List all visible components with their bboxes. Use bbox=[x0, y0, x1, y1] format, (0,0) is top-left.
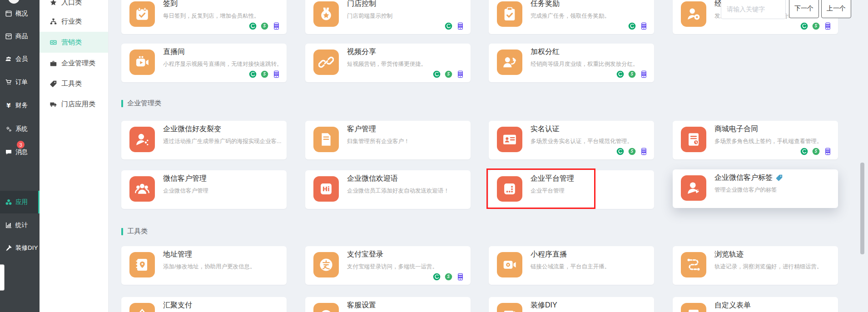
app-card[interactable]: 自定义表单 bbox=[673, 297, 838, 312]
svg-text:WAP: WAP bbox=[642, 73, 646, 75]
platform-badges: WAP bbox=[616, 148, 648, 155]
sidebar-item-4[interactable]: ¥财务 bbox=[0, 94, 40, 117]
app-card[interactable]: 任务奖励完成推广任务，领取任务奖励。WAP bbox=[489, 0, 654, 34]
app-card[interactable]: 支付宝登录支付宝端登录访问，多端统一运营。WAP bbox=[305, 246, 471, 285]
message-count-badge: 3 bbox=[17, 141, 25, 149]
app-description: 支付宝端登录访问，多端统一运营。 bbox=[347, 263, 467, 271]
section-header-tools: 工具类 bbox=[121, 227, 148, 236]
sidebar-item-label: 订单 bbox=[15, 78, 28, 86]
wap-icon: WAP bbox=[824, 148, 832, 155]
task-reward-clipboard-icon bbox=[502, 6, 517, 22]
app-card[interactable]: 汇聚支付 bbox=[121, 297, 287, 312]
sidebar-item-label: 概况 bbox=[15, 10, 28, 18]
prev-button[interactable]: 上一个 bbox=[821, 0, 851, 18]
app-card[interactable]: Hi企业微信欢迎语企业微信员工添加好友自动发送欢迎语！ bbox=[305, 170, 471, 209]
sidebar-item-6[interactable]: 消息3 bbox=[0, 141, 40, 163]
section-header-label: 企业管理类 bbox=[127, 99, 161, 108]
app-description: 每日签到，反复到店，增加会员粘性。 bbox=[163, 12, 283, 20]
app-icon-tile bbox=[313, 50, 339, 75]
platform-badges: WAP bbox=[433, 273, 464, 281]
app-description: 通过活动推广生成带推广码的海报实现企业客... bbox=[163, 138, 283, 145]
drawer-toggle-handle[interactable] bbox=[0, 264, 5, 291]
app-icon-tile bbox=[313, 303, 339, 312]
app-title: 汇聚支付 bbox=[163, 301, 192, 310]
app-description: 小程序显示视频号直播间，无缝对接快速跳转。 bbox=[163, 60, 283, 68]
app-card[interactable]: 企业微信客户标签管理企业微信客户的标签 bbox=[673, 169, 838, 208]
search-input[interactable] bbox=[721, 0, 786, 19]
platform-badges: WAP bbox=[616, 70, 648, 78]
app-title: 任务奖励 bbox=[531, 0, 560, 9]
app-icon-tile bbox=[129, 127, 155, 152]
vertical-scrollbar-thumb[interactable] bbox=[860, 163, 864, 254]
mini-program-icon bbox=[628, 22, 636, 30]
app-card[interactable]: 企业平台管理企业平台管理 bbox=[489, 170, 654, 209]
category-item-4[interactable]: 工具类 bbox=[40, 73, 108, 94]
app-card[interactable]: 加权分红经销商等级月度业绩，权重比例发放分红。WAP bbox=[489, 44, 654, 82]
platform-badges: WAP bbox=[249, 22, 280, 30]
sidebar-item-7[interactable]: 应用 bbox=[0, 191, 40, 213]
app-card[interactable]: 企业微信好友裂变通过活动推广生成带推广码的海报实现企业客... bbox=[121, 121, 287, 159]
section-header-label: 工具类 bbox=[127, 227, 148, 236]
h5-icon bbox=[445, 70, 452, 78]
category-item-5[interactable]: 门店应用类 bbox=[40, 94, 108, 114]
category-item-2[interactable]: 营销类 bbox=[40, 32, 108, 53]
app-icon-tile bbox=[497, 303, 522, 312]
app-card[interactable]: 门店控制门店前端显示控制WAP bbox=[305, 0, 471, 34]
app-card[interactable]: 地址管理添加/修改地址，协助用户更改信息。 bbox=[121, 246, 287, 285]
app-title: 地址管理 bbox=[163, 250, 192, 259]
custom-form-icon bbox=[686, 308, 701, 312]
sidebar-item-9[interactable]: 装修DIY bbox=[0, 237, 40, 259]
app-icon-tile bbox=[313, 252, 339, 277]
platform-badges: WAP bbox=[800, 22, 832, 30]
app-card[interactable]: 商城电子合同多场景多角色线上签约，手机端查看管理。WAP bbox=[673, 121, 838, 159]
sidebar-item-5[interactable]: 系统 bbox=[0, 118, 40, 140]
category-item-3[interactable]: 企业管理类 bbox=[40, 53, 108, 74]
platform-grid-icon bbox=[502, 181, 517, 197]
app-card[interactable]: 微信客户管理企业微信客户管理 bbox=[121, 170, 287, 209]
app-card[interactable]: 实名认证多场景业务实名认证，平台规范化管理。WAP bbox=[489, 121, 654, 159]
app-description: 归集管理所有企业客户！ bbox=[347, 138, 467, 145]
store-truck-icon bbox=[50, 100, 57, 108]
app-card[interactable]: 装修DIY bbox=[489, 297, 654, 312]
app-card[interactable]: 签到每日签到，反复到店，增加会员粘性。WAP bbox=[121, 0, 287, 34]
sidebar-item-2[interactable]: 会员 bbox=[0, 48, 40, 70]
app-icon-tile bbox=[129, 176, 155, 202]
app-title: 浏览轨迹 bbox=[714, 250, 744, 259]
app-title: 自定义表单 bbox=[714, 301, 751, 310]
tools-tag-icon bbox=[50, 80, 57, 88]
entry-star-icon bbox=[50, 0, 57, 6]
app-card[interactable]: 客户管理归集管理所有企业客户！ bbox=[305, 121, 471, 159]
app-icon-tile bbox=[497, 127, 522, 152]
mini-program-icon bbox=[433, 70, 441, 78]
section-header-enterprise: 企业管理类 bbox=[121, 99, 161, 108]
app-title: 企业微信欢迎语 bbox=[347, 174, 398, 183]
sidebar-item-3[interactable]: 订单 bbox=[0, 71, 40, 94]
video-share-link-icon bbox=[318, 54, 334, 70]
platform-badges: WAP bbox=[433, 70, 464, 78]
svg-text:WAP: WAP bbox=[642, 150, 646, 152]
sidebar-item-8[interactable]: 统计 bbox=[0, 214, 40, 237]
wap-icon: WAP bbox=[640, 22, 648, 30]
app-icon-tile bbox=[681, 303, 706, 312]
app-card[interactable]: 视频分享短视频营销，带货传播更便捷。WAP bbox=[305, 44, 471, 82]
app-title: 企业平台管理 bbox=[531, 174, 574, 183]
order-icon bbox=[5, 79, 12, 86]
enterprise-briefcase-icon bbox=[50, 59, 57, 67]
app-card[interactable]: 小程序直播链接公域流量，平台自主开播。 bbox=[489, 246, 654, 285]
app-title: 企业微信客户标签 bbox=[714, 173, 773, 183]
mini-program-icon bbox=[445, 22, 452, 30]
sidebar-item-0[interactable]: 概况 bbox=[0, 2, 40, 25]
next-button[interactable]: 下一个 bbox=[789, 0, 819, 18]
app-card[interactable]: 直播间小程序显示视频号直播间，无缝对接快速跳转。WAP bbox=[121, 44, 287, 82]
app-card[interactable]: 浏览轨迹轨迹记录，洞察浏览偏好，进行精细运营。 bbox=[673, 246, 838, 285]
wap-icon: WAP bbox=[273, 22, 280, 30]
id-card-icon bbox=[502, 132, 517, 147]
sidebar-item-1[interactable]: 商品 bbox=[0, 25, 40, 48]
overview-icon bbox=[5, 10, 12, 17]
category-item-1[interactable]: 行业类 bbox=[40, 11, 108, 32]
finance-icon: ¥ bbox=[5, 102, 12, 109]
app-icon-tile bbox=[681, 175, 706, 201]
app-card[interactable]: 客服设置 bbox=[305, 297, 471, 312]
app-title: 直播间 bbox=[163, 47, 185, 57]
app-description: 链接公域流量，平台自主开播。 bbox=[531, 263, 650, 271]
